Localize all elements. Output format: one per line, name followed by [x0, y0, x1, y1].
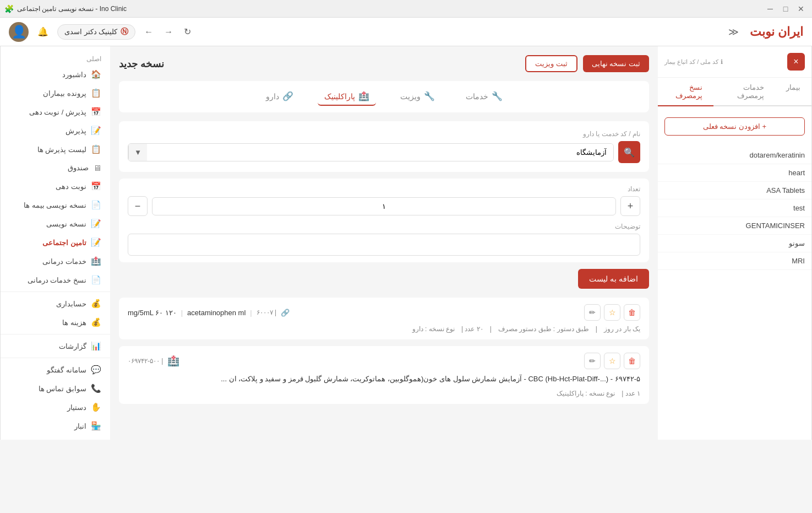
patient-id-section: ℹ کد ملی / کد اتباع بیمار: [664, 58, 723, 66]
tab-paraclinic[interactable]: 🏥 پاراکلینیک: [318, 88, 376, 106]
favorite-item-2-button[interactable]: ☆: [604, 353, 620, 369]
insurance-icon: 📄: [91, 200, 101, 210]
services-icon: 🔧: [492, 91, 503, 101]
sidebar-item-inventory[interactable]: 🏪 انبار: [1, 417, 110, 435]
patient-id-label: کد ملی / کد اتباع بیمار: [664, 58, 718, 66]
back-button[interactable]: ←: [142, 25, 155, 39]
sidebar-label-treatment: خدمات درمانی: [42, 257, 86, 266]
item-2-details: ۱ عدد | نوع نسخه : پاراکلینیک: [128, 390, 640, 397]
close-panel-button[interactable]: ×: [787, 53, 805, 71]
item-1-dose: ۱۲۰ mg/5mL ۶۰: [128, 309, 177, 317]
accept-icon: 📝: [91, 126, 101, 136]
item-1-actions: 🗑 ☆ ✏: [584, 304, 640, 321]
suggestion-item[interactable]: heart: [658, 164, 811, 182]
sidebar-label-insurance: نسخه نویسی بیمه ها: [24, 201, 86, 209]
prescription-items-list: 🗑 ☆ ✏ 🔗 | ۶۰۰۰۷ | acetaminophen ml | ۱۲۰…: [119, 298, 649, 404]
scheduling-icon: 📅: [91, 181, 101, 191]
add-prescription-button[interactable]: + افزودن نسخه فعلی: [664, 117, 805, 136]
sidebar-item-contacts[interactable]: 📞 سوابق تماس ها: [1, 379, 110, 398]
tab-prescriptions-consumed[interactable]: نسخ پرمصرف: [658, 78, 713, 106]
save-visit-button[interactable]: ثبت ویزیت: [525, 55, 577, 72]
tab-services[interactable]: 🔧 خدمات: [459, 88, 509, 106]
sidebar-item-cashbox[interactable]: 🖥 صندوق: [1, 159, 110, 177]
link-icon: 🔗: [281, 309, 290, 317]
sidebar-item-taamin[interactable]: 📝 تامین اجتماعی: [1, 233, 110, 252]
suggestion-item[interactable]: ASA Tablets: [658, 182, 811, 199]
sidebar-item-accept[interactable]: 📝 پذیرش: [1, 121, 110, 140]
count-input[interactable]: [152, 197, 616, 215]
navbar-left: 👤 🔔 Ⓝ کلینیک دکتر اسدی ← → ↻: [9, 22, 193, 42]
middle-content: ثبت نسخه نهایی ثبت ویزیت نسخه جدید 🔧 خدم…: [110, 46, 658, 440]
dropdown-toggle-button[interactable]: ▼: [128, 144, 147, 161]
tab-visit[interactable]: 🔧 ویزیت: [394, 88, 442, 106]
clinic-name: کلینیک دکتر اسدی: [64, 28, 117, 36]
chat-icon: 💬: [91, 365, 101, 375]
sidebar-label-appointments: لیست پذیرش ها: [37, 145, 86, 154]
prescription-item-2: 🗑 ☆ ✏ 🏥 | ۰۶۹۷۴۲-۵۰۰ CBC (Hb-Hct-Plat-Di…: [119, 346, 649, 404]
sidebar-label-scheduling: نوبت دهی: [56, 182, 86, 191]
item-2-description: CBC (Hb-Hct-Plat-Diff-...) - ۶۹۷۴۲-۵ - آ…: [128, 374, 640, 385]
favorite-item-1-button[interactable]: ☆: [604, 304, 620, 321]
contacts-icon: 📞: [91, 384, 101, 393]
info-icon: ℹ: [721, 58, 723, 66]
sidebar-item-chat[interactable]: 💬 سامانه گفتگو: [1, 360, 110, 379]
decrement-button[interactable]: −: [128, 196, 148, 216]
notification-button[interactable]: 🔔: [35, 24, 51, 39]
tab-patient[interactable]: بیمار: [775, 78, 811, 106]
add-to-list-button[interactable]: اضافه به لیست: [578, 269, 649, 289]
notes-input[interactable]: [128, 234, 640, 256]
clinic-selector[interactable]: Ⓝ کلینیک دکتر اسدی: [57, 24, 135, 40]
sidebar-item-treatment[interactable]: 🏥 خدمات درمانی: [1, 252, 110, 271]
titlebar: 🧩 نسخه نویسی تامین اجتماعی - Ino Clinic …: [0, 0, 812, 18]
sidebar-label-assistant: دستیار: [67, 403, 86, 412]
sidebar-item-insurance[interactable]: 📄 نسخه نویسی بیمه ها: [1, 196, 110, 214]
tab-drug[interactable]: 🔗 دارو: [259, 88, 300, 106]
sidebar-divider: [1, 291, 110, 292]
sidebar-item-patients[interactable]: 📋 پرونده بیماران: [1, 84, 110, 102]
user-avatar[interactable]: 👤: [9, 22, 29, 42]
appointments-icon: 📋: [91, 144, 101, 154]
save-final-button[interactable]: ثبت نسخه نهایی: [583, 55, 649, 72]
suggestion-item[interactable]: MRI: [658, 252, 811, 270]
edit-item-2-button[interactable]: ✏: [584, 353, 601, 369]
suggestion-item[interactable]: سونو: [658, 235, 811, 252]
search-button[interactable]: 🔍: [618, 141, 640, 163]
sidebar-item-prescription[interactable]: 📝 نسخه نویسی: [1, 214, 110, 233]
sidebar-item-costs[interactable]: 💰 هزینه ها: [1, 313, 110, 332]
delete-item-1-button[interactable]: 🗑: [624, 304, 640, 321]
suggestion-item[interactable]: test: [658, 199, 811, 217]
item-1-header: 🗑 ☆ ✏ 🔗 | ۶۰۰۰۷ | acetaminophen ml | ۱۲۰…: [128, 304, 640, 321]
search-input[interactable]: [147, 144, 613, 161]
minimize-button[interactable]: ─: [764, 2, 777, 15]
titlebar-title: نسخه نویسی تامین اجتماعی - Ino Clinic: [17, 5, 127, 13]
prescription-icon: 📝: [91, 219, 101, 229]
count-label: تعداد: [128, 185, 640, 193]
forward-button[interactable]: →: [162, 25, 175, 39]
close-button[interactable]: ✕: [794, 2, 808, 15]
sidebar-divider-2: [1, 334, 110, 334]
window-controls: ─ □ ✕: [764, 2, 808, 15]
drug-icon: 🔗: [282, 91, 293, 101]
sidebar-item-reception[interactable]: 📅 پذیرش / نوبت دهی: [1, 102, 110, 121]
sidebar-item-scheduling[interactable]: 📅 نوبت دهی: [1, 177, 110, 196]
sidebar-toggle-button[interactable]: ≪: [724, 24, 743, 40]
reception-icon: 📅: [91, 107, 101, 117]
tab-services-consumed[interactable]: خدمات پرمصرف: [713, 78, 775, 106]
sidebar-item-assistant[interactable]: ✋ دستیار: [1, 398, 110, 417]
sidebar-item-treatment-rx[interactable]: 📄 نسخ خدمات درمانی: [1, 271, 110, 289]
sidebar-item-appointments[interactable]: 📋 لیست پذیرش ها: [1, 140, 110, 159]
delete-item-2-button[interactable]: 🗑: [624, 353, 640, 369]
sidebar-item-reports[interactable]: 📊 گزارشات: [1, 337, 110, 355]
refresh-button[interactable]: ↻: [182, 24, 193, 39]
suggestion-item[interactable]: dotarem/keratinin: [658, 147, 811, 164]
notes-label: توضیحات: [128, 223, 640, 230]
edit-item-1-button[interactable]: ✏: [584, 304, 601, 321]
maximize-button[interactable]: □: [779, 2, 792, 15]
patient-panel-header: × ℹ کد ملی / کد اتباع بیمار: [658, 46, 811, 78]
sidebar-item-dashboard[interactable]: 🏠 داشبورد: [1, 65, 110, 84]
item-2-header: 🗑 ☆ ✏ 🏥 | ۰۶۹۷۴۲-۵۰۰: [128, 353, 640, 369]
sidebar-item-accounting[interactable]: 💰 حسابداری: [1, 294, 110, 313]
sidebar-label-contacts: سوابق تماس ها: [39, 385, 86, 393]
increment-button[interactable]: +: [620, 196, 640, 216]
suggestion-item[interactable]: GENTAMICINSER: [658, 217, 811, 235]
